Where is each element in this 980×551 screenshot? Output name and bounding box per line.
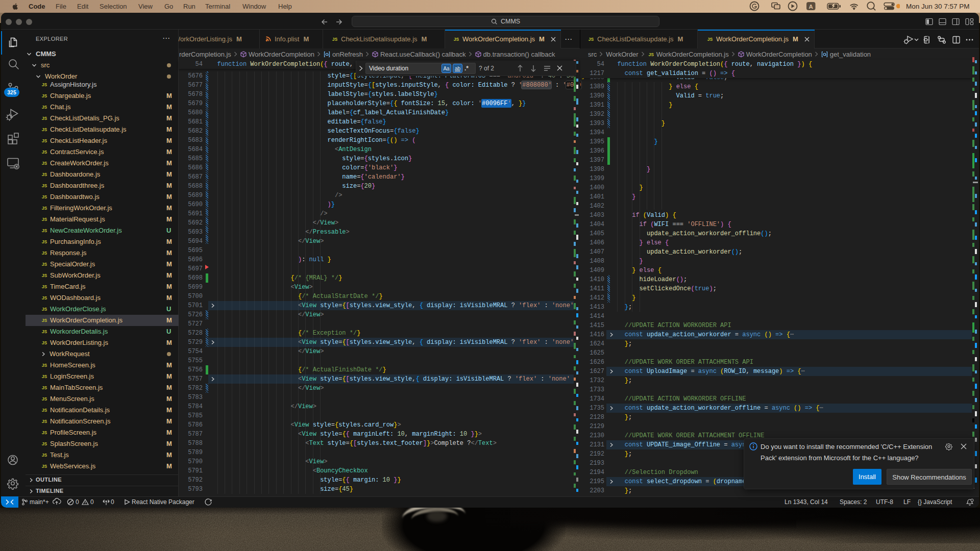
svg-text:A: A xyxy=(809,4,813,10)
